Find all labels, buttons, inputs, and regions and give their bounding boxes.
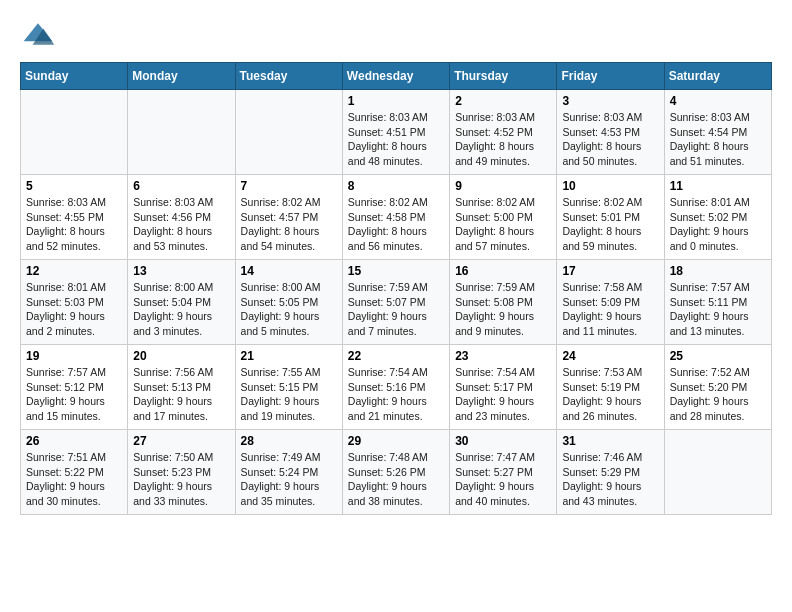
day-info: Sunrise: 7:49 AMSunset: 5:24 PMDaylight:… (241, 450, 337, 509)
calendar-header: SundayMondayTuesdayWednesdayThursdayFrid… (21, 63, 772, 90)
calendar-cell: 25Sunrise: 7:52 AMSunset: 5:20 PMDayligh… (664, 345, 771, 430)
day-info: Sunrise: 7:50 AMSunset: 5:23 PMDaylight:… (133, 450, 229, 509)
day-number: 31 (562, 434, 658, 448)
day-info: Sunrise: 8:02 AMSunset: 4:57 PMDaylight:… (241, 195, 337, 254)
calendar-cell (664, 430, 771, 515)
calendar-cell: 4Sunrise: 8:03 AMSunset: 4:54 PMDaylight… (664, 90, 771, 175)
calendar-cell: 23Sunrise: 7:54 AMSunset: 5:17 PMDayligh… (450, 345, 557, 430)
day-number: 6 (133, 179, 229, 193)
day-header: Wednesday (342, 63, 449, 90)
day-info: Sunrise: 7:57 AMSunset: 5:12 PMDaylight:… (26, 365, 122, 424)
calendar-cell: 17Sunrise: 7:58 AMSunset: 5:09 PMDayligh… (557, 260, 664, 345)
calendar-cell: 20Sunrise: 7:56 AMSunset: 5:13 PMDayligh… (128, 345, 235, 430)
day-info: Sunrise: 7:55 AMSunset: 5:15 PMDaylight:… (241, 365, 337, 424)
day-info: Sunrise: 8:03 AMSunset: 4:54 PMDaylight:… (670, 110, 766, 169)
calendar-cell (21, 90, 128, 175)
calendar-week-row: 19Sunrise: 7:57 AMSunset: 5:12 PMDayligh… (21, 345, 772, 430)
day-number: 21 (241, 349, 337, 363)
day-number: 7 (241, 179, 337, 193)
day-number: 2 (455, 94, 551, 108)
day-header: Sunday (21, 63, 128, 90)
calendar-table: SundayMondayTuesdayWednesdayThursdayFrid… (20, 62, 772, 515)
day-info: Sunrise: 7:53 AMSunset: 5:19 PMDaylight:… (562, 365, 658, 424)
logo (20, 16, 62, 52)
days-header-row: SundayMondayTuesdayWednesdayThursdayFrid… (21, 63, 772, 90)
day-number: 29 (348, 434, 444, 448)
calendar-cell: 12Sunrise: 8:01 AMSunset: 5:03 PMDayligh… (21, 260, 128, 345)
day-header: Tuesday (235, 63, 342, 90)
day-number: 14 (241, 264, 337, 278)
day-info: Sunrise: 7:56 AMSunset: 5:13 PMDaylight:… (133, 365, 229, 424)
day-number: 8 (348, 179, 444, 193)
calendar-cell: 1Sunrise: 8:03 AMSunset: 4:51 PMDaylight… (342, 90, 449, 175)
header (20, 16, 772, 52)
calendar-cell: 21Sunrise: 7:55 AMSunset: 5:15 PMDayligh… (235, 345, 342, 430)
day-info: Sunrise: 7:54 AMSunset: 5:17 PMDaylight:… (455, 365, 551, 424)
day-number: 9 (455, 179, 551, 193)
day-header: Thursday (450, 63, 557, 90)
calendar-cell: 19Sunrise: 7:57 AMSunset: 5:12 PMDayligh… (21, 345, 128, 430)
calendar-cell: 29Sunrise: 7:48 AMSunset: 5:26 PMDayligh… (342, 430, 449, 515)
day-number: 24 (562, 349, 658, 363)
day-number: 16 (455, 264, 551, 278)
day-info: Sunrise: 8:02 AMSunset: 4:58 PMDaylight:… (348, 195, 444, 254)
day-number: 3 (562, 94, 658, 108)
day-info: Sunrise: 8:03 AMSunset: 4:53 PMDaylight:… (562, 110, 658, 169)
day-number: 28 (241, 434, 337, 448)
day-info: Sunrise: 7:52 AMSunset: 5:20 PMDaylight:… (670, 365, 766, 424)
calendar-cell: 5Sunrise: 8:03 AMSunset: 4:55 PMDaylight… (21, 175, 128, 260)
day-info: Sunrise: 8:02 AMSunset: 5:00 PMDaylight:… (455, 195, 551, 254)
day-number: 17 (562, 264, 658, 278)
calendar-week-row: 12Sunrise: 8:01 AMSunset: 5:03 PMDayligh… (21, 260, 772, 345)
day-header: Monday (128, 63, 235, 90)
day-info: Sunrise: 7:58 AMSunset: 5:09 PMDaylight:… (562, 280, 658, 339)
calendar-cell: 24Sunrise: 7:53 AMSunset: 5:19 PMDayligh… (557, 345, 664, 430)
day-number: 15 (348, 264, 444, 278)
day-info: Sunrise: 8:03 AMSunset: 4:56 PMDaylight:… (133, 195, 229, 254)
day-info: Sunrise: 7:59 AMSunset: 5:08 PMDaylight:… (455, 280, 551, 339)
calendar-cell: 9Sunrise: 8:02 AMSunset: 5:00 PMDaylight… (450, 175, 557, 260)
day-number: 18 (670, 264, 766, 278)
day-info: Sunrise: 7:47 AMSunset: 5:27 PMDaylight:… (455, 450, 551, 509)
calendar-cell: 26Sunrise: 7:51 AMSunset: 5:22 PMDayligh… (21, 430, 128, 515)
calendar-cell: 22Sunrise: 7:54 AMSunset: 5:16 PMDayligh… (342, 345, 449, 430)
day-info: Sunrise: 7:46 AMSunset: 5:29 PMDaylight:… (562, 450, 658, 509)
day-number: 23 (455, 349, 551, 363)
day-number: 19 (26, 349, 122, 363)
calendar-body: 1Sunrise: 8:03 AMSunset: 4:51 PMDaylight… (21, 90, 772, 515)
calendar-cell (128, 90, 235, 175)
calendar-cell: 14Sunrise: 8:00 AMSunset: 5:05 PMDayligh… (235, 260, 342, 345)
calendar-week-row: 26Sunrise: 7:51 AMSunset: 5:22 PMDayligh… (21, 430, 772, 515)
calendar-cell: 27Sunrise: 7:50 AMSunset: 5:23 PMDayligh… (128, 430, 235, 515)
day-number: 20 (133, 349, 229, 363)
calendar-week-row: 1Sunrise: 8:03 AMSunset: 4:51 PMDaylight… (21, 90, 772, 175)
calendar-cell: 3Sunrise: 8:03 AMSunset: 4:53 PMDaylight… (557, 90, 664, 175)
day-number: 13 (133, 264, 229, 278)
day-number: 10 (562, 179, 658, 193)
day-info: Sunrise: 8:03 AMSunset: 4:55 PMDaylight:… (26, 195, 122, 254)
day-info: Sunrise: 8:03 AMSunset: 4:52 PMDaylight:… (455, 110, 551, 169)
calendar-cell: 11Sunrise: 8:01 AMSunset: 5:02 PMDayligh… (664, 175, 771, 260)
calendar-cell: 13Sunrise: 8:00 AMSunset: 5:04 PMDayligh… (128, 260, 235, 345)
calendar-cell: 7Sunrise: 8:02 AMSunset: 4:57 PMDaylight… (235, 175, 342, 260)
day-number: 11 (670, 179, 766, 193)
calendar-cell: 8Sunrise: 8:02 AMSunset: 4:58 PMDaylight… (342, 175, 449, 260)
day-info: Sunrise: 8:03 AMSunset: 4:51 PMDaylight:… (348, 110, 444, 169)
calendar-cell: 6Sunrise: 8:03 AMSunset: 4:56 PMDaylight… (128, 175, 235, 260)
day-info: Sunrise: 7:48 AMSunset: 5:26 PMDaylight:… (348, 450, 444, 509)
day-number: 12 (26, 264, 122, 278)
day-info: Sunrise: 7:59 AMSunset: 5:07 PMDaylight:… (348, 280, 444, 339)
calendar-cell: 18Sunrise: 7:57 AMSunset: 5:11 PMDayligh… (664, 260, 771, 345)
calendar-cell: 16Sunrise: 7:59 AMSunset: 5:08 PMDayligh… (450, 260, 557, 345)
calendar-week-row: 5Sunrise: 8:03 AMSunset: 4:55 PMDaylight… (21, 175, 772, 260)
day-info: Sunrise: 8:00 AMSunset: 5:04 PMDaylight:… (133, 280, 229, 339)
day-number: 22 (348, 349, 444, 363)
calendar-cell: 2Sunrise: 8:03 AMSunset: 4:52 PMDaylight… (450, 90, 557, 175)
day-number: 25 (670, 349, 766, 363)
day-number: 4 (670, 94, 766, 108)
day-info: Sunrise: 8:02 AMSunset: 5:01 PMDaylight:… (562, 195, 658, 254)
day-number: 27 (133, 434, 229, 448)
day-info: Sunrise: 8:00 AMSunset: 5:05 PMDaylight:… (241, 280, 337, 339)
calendar-cell (235, 90, 342, 175)
calendar-cell: 10Sunrise: 8:02 AMSunset: 5:01 PMDayligh… (557, 175, 664, 260)
